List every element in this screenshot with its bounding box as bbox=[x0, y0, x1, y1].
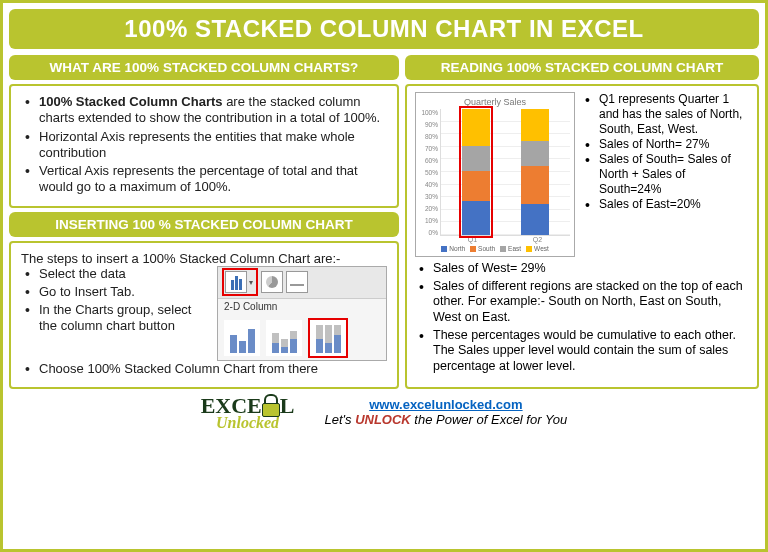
stacked-100-column-option bbox=[310, 320, 346, 356]
read-bullet-5: Sales of West= 29% bbox=[419, 261, 749, 277]
website-link[interactable]: www.excelunlocked.com bbox=[369, 397, 522, 412]
line-chart-icon bbox=[286, 271, 308, 293]
read-bullet-2: Sales of North= 27% bbox=[585, 137, 749, 152]
ribbon-screenshot: ▾ 2-D Column bbox=[217, 266, 387, 361]
chart-title: Quarterly Sales bbox=[420, 97, 570, 107]
what-box: 100% Stacked Column Charts are the stack… bbox=[9, 84, 399, 208]
what-bullet-3: Vertical Axis represents the percentage … bbox=[25, 163, 387, 196]
pie-chart-icon bbox=[261, 271, 283, 293]
read-bullet-4: Sales of East=20% bbox=[585, 197, 749, 212]
padlock-icon bbox=[262, 398, 280, 416]
bold-term: 100% Stacked Column Charts bbox=[39, 94, 223, 109]
footer: EXCEL Unlocked www.excelunlocked.com Let… bbox=[9, 395, 759, 430]
tagline: www.excelunlocked.com Let's UNLOCK the P… bbox=[324, 397, 567, 427]
plot-area bbox=[440, 109, 570, 236]
what-header: WHAT ARE 100% STACKED COLUMN CHARTS? bbox=[9, 55, 399, 80]
chart-legend: NorthSouthEastWest bbox=[420, 245, 570, 252]
stacked-100-option-highlight bbox=[308, 318, 348, 358]
column-chart-icon bbox=[225, 271, 247, 293]
x-axis-labels: Q1Q2 bbox=[420, 236, 570, 243]
page-title: 100% STACKED COLUMN CHART IN EXCEL bbox=[9, 9, 759, 49]
insert-step-2: Go to Insert Tab. bbox=[25, 284, 211, 300]
insert-step-3: In the Charts group, select the column c… bbox=[25, 302, 211, 335]
read-bullet-7: These percentages would be cumulative to… bbox=[419, 328, 749, 375]
column-chart-button-highlight: ▾ bbox=[222, 268, 258, 296]
insert-step-4: Choose 100% Stacked Column Chart from th… bbox=[25, 361, 387, 377]
insert-box: The steps to insert a 100% Stacked Colum… bbox=[9, 241, 399, 389]
stacked-column-option bbox=[266, 320, 302, 356]
ribbon-section-label: 2-D Column bbox=[218, 299, 386, 314]
bar-Q1 bbox=[462, 109, 490, 235]
what-bullet-2: Horizontal Axis represents the entities … bbox=[25, 129, 387, 162]
read-bullet-6: Sales of different regions are stacked o… bbox=[419, 279, 749, 326]
insert-intro: The steps to insert a 100% Stacked Colum… bbox=[21, 251, 387, 266]
what-bullet-1: 100% Stacked Column Charts are the stack… bbox=[25, 94, 387, 127]
dropdown-icon: ▾ bbox=[247, 278, 255, 287]
insert-step-1: Select the data bbox=[25, 266, 211, 282]
read-bullet-1: Q1 represents Quarter 1 and has the sale… bbox=[585, 92, 749, 137]
reading-header: READING 100% STACKED COLUMN CHART bbox=[405, 55, 759, 80]
insert-header: INSERTING 100 % STACKED COLUMN CHART bbox=[9, 212, 399, 237]
reading-box: Quarterly Sales 100%90%80%70%60%50%40%30… bbox=[405, 84, 759, 389]
clustered-column-option bbox=[224, 320, 260, 356]
logo: EXCEL Unlocked bbox=[201, 395, 295, 430]
quarterly-sales-chart: Quarterly Sales 100%90%80%70%60%50%40%30… bbox=[415, 92, 575, 257]
y-axis: 100%90%80%70%60%50%40%30%20%10%0% bbox=[420, 109, 440, 236]
read-bullet-3: Sales of South= Sales of North + Sales o… bbox=[585, 152, 749, 197]
bar-Q2 bbox=[521, 109, 549, 235]
